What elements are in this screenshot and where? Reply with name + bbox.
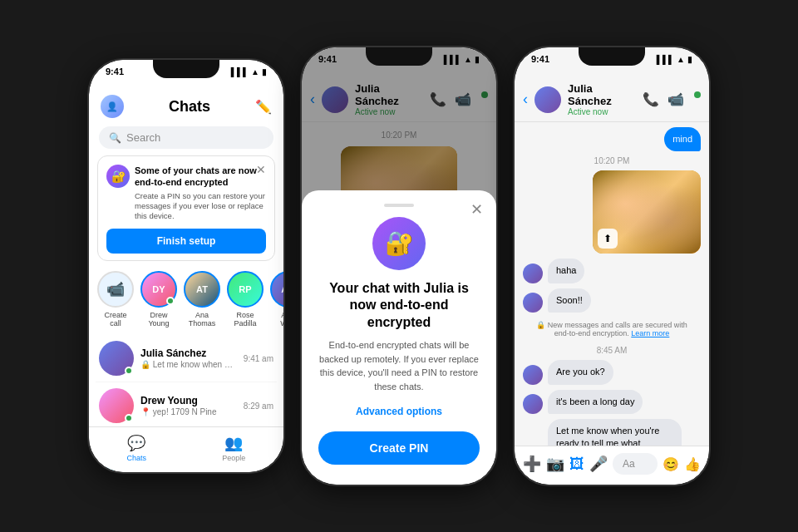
chat-name-drew: Drew Young — [140, 395, 237, 406]
story-avatar-drew: DY — [140, 271, 177, 308]
nav-people[interactable]: 👥 People — [222, 434, 245, 462]
msg-avatar-soon — [523, 293, 543, 313]
gallery-button[interactable]: 🖼 — [569, 456, 584, 473]
camera-button[interactable]: 📷 — [546, 455, 564, 473]
status-time-3: 9:41 — [531, 54, 549, 64]
encryption-notice: 🔒 New messages and calls are secured wit… — [523, 318, 701, 341]
chat-drew[interactable]: Drew Young 📍 yep! 1709 N Pine 8:29 am — [96, 382, 277, 430]
chat-info-drew: Drew Young 📍 yep! 1709 N Pine — [140, 395, 237, 416]
notch-1 — [153, 60, 219, 78]
chat-julia[interactable]: Julia Sánchez 🔒 Let me know when you're.… — [96, 335, 277, 382]
msg-row-soon: Soon!! — [523, 288, 701, 313]
online-dot-drew — [166, 297, 175, 305]
msg-avatar-long-day — [523, 394, 543, 414]
create-pin-button[interactable]: Create PIN — [318, 431, 480, 465]
chats-title: Chats — [169, 98, 210, 116]
emoji-button[interactable]: 😊 — [663, 456, 679, 472]
learn-more-link[interactable]: Learn more — [631, 329, 669, 337]
wifi-icon: ▲ — [251, 67, 259, 76]
message-area-3: mind 10:20 PM ⬆ haha Soon!! — [515, 122, 709, 474]
share-icon-3[interactable]: ⬆ — [598, 229, 618, 249]
finish-setup-button[interactable]: Finish setup — [106, 229, 266, 254]
phone-2: 9:41 ▌▌▌ ▲ ▮ ‹ Julia Sánchez Active now … — [300, 46, 498, 486]
story-avatar-ana: AT — [184, 271, 220, 308]
phone-2-screen: 9:41 ▌▌▌ ▲ ▮ ‹ Julia Sánchez Active now … — [302, 47, 496, 485]
msg-avatar-ok — [523, 365, 543, 385]
phone-1-screen: 9:41 ▌▌▌ ▲ ▮ 👤 Chats ✏️ 🔍 Search 🔐 Some … — [89, 60, 283, 472]
mic-button[interactable]: 🎤 — [589, 455, 608, 473]
contact-name-3: Julia Sánchez — [568, 82, 636, 107]
msg-row-ok: Are you ok? — [523, 360, 701, 384]
chat-header-3: ‹ Julia Sánchez Active now 📞 📹 — [515, 76, 709, 122]
chat-avatar-julia — [99, 341, 134, 376]
chat-name-julia: Julia Sánchez — [140, 347, 237, 359]
battery-icon-3: ▮ — [687, 55, 692, 64]
create-call-item[interactable]: 📹 Createcall — [97, 271, 134, 329]
message-input-bar: ➕ 📷 🖼 🎤 Aa 😊 👍 — [515, 446, 709, 485]
nav-chats[interactable]: 💬 Chats — [127, 434, 147, 462]
status-time-1: 9:41 — [106, 66, 124, 76]
modal-description: End-to-end encrypted chats will be backe… — [318, 338, 480, 393]
wifi-icon-3: ▲ — [677, 55, 685, 64]
message-input[interactable]: Aa — [613, 453, 658, 475]
msg-soon: Soon!! — [548, 288, 591, 313]
chat-info-julia: Julia Sánchez 🔒 Let me know when you're.… — [140, 347, 237, 369]
people-nav-icon: 👥 — [224, 434, 243, 452]
modal-icon-container: 🔐 — [318, 217, 480, 270]
search-placeholder: Search — [126, 131, 160, 144]
chat-preview-julia: 🔒 Let me know when you're... — [140, 360, 237, 369]
video-button-3[interactable]: 📹 — [667, 91, 684, 107]
story-label-ana: AnaThomas — [189, 311, 216, 329]
encryption-modal: ✕ 🔐 Your chat with Julia is now end-to-e… — [302, 190, 496, 485]
msg-haha: haha — [548, 259, 584, 283]
story-label-drew: DrewYoung — [148, 311, 169, 329]
advanced-options-link[interactable]: Advanced options — [318, 403, 480, 418]
like-button[interactable]: 👍 — [684, 456, 701, 472]
banner-content: Some of your chats are now end-to-end en… — [135, 165, 266, 222]
chat-avatar-drew — [99, 388, 134, 423]
compose-icon[interactable]: ✏️ — [255, 99, 272, 115]
msg-row-photo: ⬆ — [523, 170, 701, 254]
online-indicator-julia — [125, 367, 133, 375]
story-alex[interactable]: AW AlexWalk — [270, 271, 283, 329]
banner-header: 🔐 Some of your chats are now end-to-end … — [106, 165, 266, 222]
chats-header: 👤 Chats ✏️ — [89, 88, 283, 123]
encryption-banner: 🔐 Some of your chats are now end-to-end … — [97, 155, 275, 261]
banner-close-button[interactable]: ✕ — [256, 163, 266, 176]
chat-preview-drew: 📍 yep! 1709 N Pine — [140, 407, 237, 416]
plus-button[interactable]: ➕ — [523, 455, 541, 473]
contact-status-3: Active now — [568, 107, 636, 116]
input-placeholder: Aa — [623, 458, 635, 470]
story-rose[interactable]: RP RosePadilla — [227, 271, 264, 329]
story-drew[interactable]: DY DrewYoung — [140, 271, 177, 329]
banner-subtitle: Create a PIN so you can restore your mes… — [135, 191, 266, 222]
status-icons-1: ▌▌▌ ▲ ▮ — [231, 67, 267, 76]
call-button-3[interactable]: 📞 — [643, 91, 659, 107]
msg-avatar-haha — [523, 264, 543, 283]
bottom-nav: 💬 Chats 👥 People — [89, 426, 283, 472]
active-dot-3 — [694, 91, 701, 98]
msg-row-mind: mind — [523, 127, 701, 151]
phone-1: 9:41 ▌▌▌ ▲ ▮ 👤 Chats ✏️ 🔍 Search 🔐 Some … — [87, 58, 285, 474]
signal-icon-3: ▌▌▌ — [657, 55, 674, 64]
msg-row-long-day: it's been a long day — [523, 390, 701, 414]
story-avatar-rose: RP — [227, 271, 264, 308]
search-bar[interactable]: 🔍 Search — [99, 126, 273, 149]
story-ana[interactable]: AT AnaThomas — [184, 271, 220, 329]
user-avatar[interactable]: 👤 — [101, 95, 124, 118]
back-button-3[interactable]: ‹ — [523, 91, 528, 108]
contact-avatar-3 — [534, 86, 561, 113]
photo-message-3: ⬆ — [593, 170, 701, 254]
story-label-rose: RosePadilla — [234, 311, 256, 329]
story-label-alex: AlexWalk — [280, 311, 283, 329]
msg-row-haha: haha — [523, 259, 701, 283]
msg-long-day: it's been a long day — [548, 390, 643, 414]
phone-3: 9:41 ▌▌▌ ▲ ▮ ‹ Julia Sánchez Active now … — [513, 46, 711, 486]
chat-time-drew: 8:29 am — [244, 401, 273, 411]
advanced-options-anchor[interactable]: Advanced options — [356, 406, 442, 417]
create-call-icon: 📹 — [97, 271, 134, 308]
modal-close-button[interactable]: ✕ — [470, 200, 483, 219]
phone-3-screen: 9:41 ▌▌▌ ▲ ▮ ‹ Julia Sánchez Active now … — [515, 47, 709, 485]
status-icons-3: ▌▌▌ ▲ ▮ — [657, 55, 692, 64]
chats-nav-icon: 💬 — [127, 434, 145, 452]
